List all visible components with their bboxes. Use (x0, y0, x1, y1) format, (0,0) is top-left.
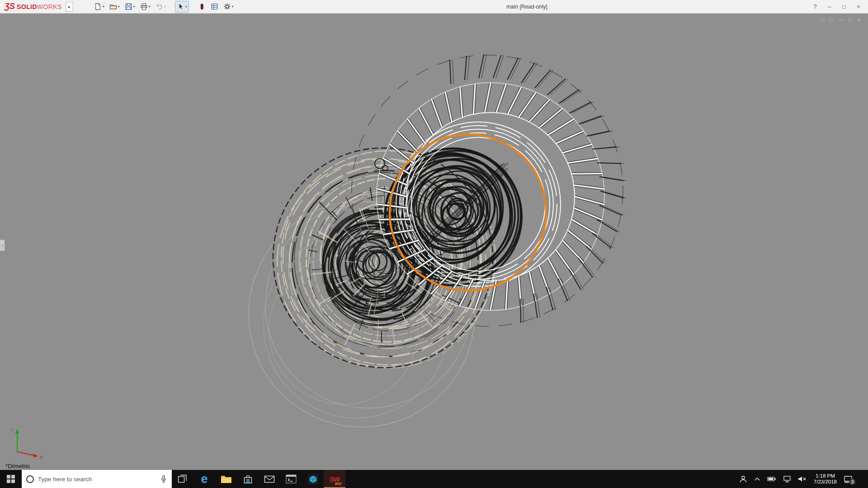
solidworks-icon-year: 2017 (335, 482, 342, 485)
solidworks-logo-light: WORKS (37, 3, 62, 10)
file-properties-icon (211, 3, 218, 10)
graphics-viewport[interactable]: □ □ ─ □ × ‹ Y X *Dimetric (0, 14, 868, 470)
print-caret[interactable]: ▾ (149, 5, 151, 9)
people-button[interactable] (739, 475, 747, 483)
network-icon (783, 475, 791, 483)
solidworks-2017-icon: SW 2017 (328, 472, 341, 486)
volume-button[interactable] (798, 476, 807, 482)
edge-icon: e (201, 473, 208, 485)
solidworks-2017-button[interactable]: SW 2017 (324, 470, 345, 488)
task-view-button[interactable] (172, 470, 193, 488)
store-icon (243, 474, 253, 484)
y-axis-arrow (15, 429, 19, 434)
battery-icon (767, 476, 776, 482)
notification-badge: 3 (849, 479, 856, 485)
windows-logo-icon (7, 475, 15, 483)
task-view-icon (178, 474, 188, 484)
solidworks-logo: ƷS SOLID WORKS (0, 2, 66, 11)
toolbar-expand-button[interactable]: ▸ (66, 2, 73, 12)
store-button[interactable] (237, 470, 259, 488)
tray-overflow-button[interactable] (754, 477, 760, 481)
document-window-controls: □ □ ─ □ × (821, 17, 861, 23)
open-caret[interactable]: ▾ (118, 5, 120, 9)
solidworks-logo-mark: ƷS (5, 2, 15, 11)
toolbar-options-group: ▾ (196, 1, 236, 13)
file-properties-button[interactable] (209, 1, 220, 13)
start-button[interactable] (0, 470, 22, 488)
x-axis-label: X (40, 455, 43, 460)
taskbar-search[interactable] (22, 470, 172, 488)
new-document-icon (94, 3, 102, 10)
display-states-icon (198, 3, 206, 10)
select-cursor-icon (177, 3, 184, 10)
doc-pane-icon[interactable]: □ (821, 17, 825, 23)
chevron-up-icon (754, 477, 760, 481)
options-caret[interactable]: ▾ (232, 5, 234, 9)
open-button[interactable]: ▾ (108, 1, 122, 13)
gear-icon (223, 3, 231, 10)
save-button[interactable]: ▾ (123, 1, 137, 13)
speaker-muted-icon (798, 476, 807, 482)
help-button[interactable]: ? (808, 1, 822, 12)
command-prompt-icon (286, 474, 297, 483)
command-prompt-button[interactable] (280, 470, 302, 488)
panel-flyout-tab[interactable]: ‹ (0, 239, 5, 251)
taskbar-clock[interactable]: 1:18 PM 7/23/2018 (814, 473, 837, 485)
file-explorer-icon (221, 474, 232, 484)
windows-taskbar: e SW 2017 (0, 470, 868, 488)
doc-close-icon[interactable]: × (857, 17, 861, 23)
solidworks-icon-letters: SW (330, 475, 340, 483)
network-button[interactable] (783, 475, 791, 483)
new-document-caret[interactable]: ▾ (103, 5, 104, 9)
engine-model-scene[interactable] (0, 14, 868, 470)
display-states-button[interactable] (196, 1, 208, 13)
save-icon (125, 3, 132, 10)
undo-caret[interactable]: ▾ (164, 5, 166, 9)
mail-icon (264, 475, 275, 483)
orientation-triad: Y X (6, 424, 47, 460)
print-icon (140, 3, 148, 10)
window-controls: ? ─ □ × (808, 0, 865, 14)
maximize-button[interactable]: □ (837, 1, 851, 12)
x-axis-arrow (33, 454, 38, 458)
edge-button[interactable]: e (193, 470, 215, 488)
options-button[interactable]: ▾ (222, 1, 236, 13)
minimize-button[interactable]: ─ (823, 1, 836, 12)
open-folder-icon (109, 3, 117, 10)
engine-wireframe (249, 54, 627, 427)
doc-minimize-icon[interactable]: ─ (839, 17, 843, 23)
system-tray: 1:18 PM 7/23/2018 3 (735, 470, 868, 488)
mail-button[interactable] (259, 470, 280, 488)
composer-cube-icon (307, 474, 319, 485)
y-axis-label: Y (11, 428, 14, 433)
microphone-icon[interactable] (160, 475, 167, 483)
select-tool-button[interactable]: ▾ (175, 1, 189, 13)
cortana-icon (26, 475, 34, 483)
file-explorer-button[interactable] (215, 470, 237, 488)
save-caret[interactable]: ▾ (133, 5, 135, 9)
battery-button[interactable] (767, 476, 776, 482)
window-title: main [Read-only] (506, 4, 547, 10)
undo-icon (156, 3, 163, 10)
toolbar-select-group: ▾ (175, 1, 189, 13)
view-orientation-label: *Dimetric (5, 463, 30, 469)
toolbar-file-group: ▾ ▾ ▾ ▾ ▾ (92, 1, 168, 13)
clock-time: 1:18 PM (814, 473, 837, 479)
doc-pane2-icon[interactable]: □ (830, 17, 833, 23)
clock-date: 7/23/2018 (814, 479, 837, 485)
search-input[interactable] (38, 476, 156, 483)
undo-button[interactable]: ▾ (154, 1, 168, 13)
composer-button[interactable] (302, 470, 324, 488)
new-document-button[interactable]: ▾ (92, 1, 106, 13)
action-center-button[interactable]: 3 (844, 475, 853, 483)
titlebar: ƷS SOLID WORKS ▸ ▾ ▾ ▾ ▾ ▾ ▾ (0, 0, 868, 14)
print-button[interactable]: ▾ (138, 1, 152, 13)
select-tool-caret[interactable]: ▾ (185, 5, 187, 9)
solidworks-logo-bold: SOLID (17, 3, 37, 10)
doc-restore-icon[interactable]: □ (849, 17, 852, 23)
people-icon (739, 475, 747, 483)
close-button[interactable]: × (852, 1, 865, 12)
